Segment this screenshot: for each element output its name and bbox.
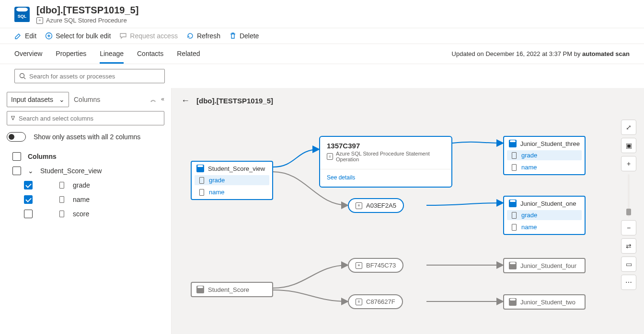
back-button[interactable]: ←: [181, 96, 190, 106]
node-junior-student-three[interactable]: Junior_Student_three grade name: [503, 136, 586, 175]
show-only-toggle[interactable]: [7, 132, 26, 142]
field-name[interactable]: name: [521, 223, 537, 231]
updated-text: Updated on December 16, 2022 at 3:37 PM …: [452, 50, 630, 57]
zoom-in-button[interactable]: +: [621, 156, 636, 171]
sql-icon: [196, 286, 204, 293]
tree-columns-header: Columns: [28, 153, 57, 160]
tree-col-grade[interactable]: grade: [73, 181, 90, 189]
comment-icon: [119, 32, 127, 40]
tab-related[interactable]: Related: [177, 44, 200, 64]
columns-label: Columns: [74, 96, 100, 103]
tree-col-name[interactable]: name: [73, 196, 90, 203]
stored-procedure-icon: ≡: [327, 153, 333, 160]
more-button[interactable]: ⋯: [621, 275, 636, 290]
checkbox-score[interactable]: [24, 210, 33, 218]
checkbox-dataset[interactable]: [12, 167, 21, 175]
operation-subtitle: Azure SQL Stored Procedure Statement Ope…: [336, 151, 445, 162]
column-icon: [199, 177, 204, 184]
sql-icon: [509, 140, 517, 147]
sql-icon: [509, 262, 517, 269]
canvas-controls: ⤢ ▣ + − ⇄ ▭ ⋯: [621, 120, 636, 290]
page-title: [dbo].[TESTSP1019_5]: [36, 5, 138, 16]
select-bulk-button[interactable]: Select for bulk edit: [45, 32, 111, 40]
breadcrumb-title: [dbo].[TESTSP1019_5]: [196, 97, 273, 105]
fit-button[interactable]: ▣: [621, 138, 636, 153]
see-details-link[interactable]: See details: [320, 169, 451, 187]
page-header: SQL [dbo].[TESTSP1019_5] ≡ Azure SQL Sto…: [0, 0, 644, 28]
page-subtitle: Azure SQL Stored Procedure: [46, 17, 127, 24]
zoom-out-button[interactable]: −: [621, 220, 636, 235]
node-student-score[interactable]: Student_Score: [191, 282, 273, 297]
node-junior-student-two[interactable]: Junior_Student_two: [503, 294, 586, 310]
tab-row: Overview Properties Lineage Contacts Rel…: [0, 44, 644, 64]
node-operation-c876627f[interactable]: ≡ C876627F: [348, 294, 403, 309]
node-title: Student_Score_view: [208, 165, 265, 172]
column-filter[interactable]: ∇: [7, 111, 164, 125]
node-junior-student-one[interactable]: Junior_Student_one grade name: [503, 196, 586, 235]
refresh-icon: [186, 32, 194, 40]
asset-search[interactable]: [14, 69, 165, 83]
tab-contacts[interactable]: Contacts: [137, 44, 163, 64]
field-grade[interactable]: grade: [521, 152, 537, 159]
delete-button[interactable]: Delete: [229, 32, 259, 40]
node-operation-1357c397[interactable]: 1357C397 ≡Azure SQL Stored Procedure Sta…: [319, 136, 452, 188]
sql-icon: [509, 298, 517, 306]
edit-button[interactable]: Edit: [14, 32, 36, 40]
pill-label: C876627F: [366, 298, 395, 305]
operation-title: 1357C397: [320, 137, 451, 151]
tab-lineage[interactable]: Lineage: [100, 44, 124, 64]
node-junior-student-four[interactable]: Junior_Student_four: [503, 258, 586, 273]
tree-dataset-label[interactable]: Student_Score_view: [40, 167, 102, 175]
checkbox-grade[interactable]: [24, 181, 33, 189]
refresh-button[interactable]: Refresh: [186, 32, 220, 40]
sql-icon: [509, 200, 517, 207]
node-title: Junior_Student_one: [520, 200, 576, 207]
lineage-canvas[interactable]: ← [dbo].[TESTSP1019_5]: [172, 88, 644, 334]
filter-icon: ∇: [11, 115, 15, 122]
sql-icon: SQL: [14, 7, 30, 22]
column-filter-input[interactable]: [19, 115, 160, 122]
field-grade[interactable]: grade: [209, 177, 225, 184]
pencil-icon: [14, 32, 22, 40]
tab-properties[interactable]: Properties: [56, 44, 86, 64]
fullscreen-button[interactable]: ⤢: [621, 120, 636, 135]
node-title: Student_Score: [208, 286, 249, 293]
pill-label: BF745C73: [366, 262, 396, 269]
asset-search-input[interactable]: [29, 73, 161, 80]
zoom-slider[interactable]: [621, 174, 636, 217]
node-title: Junior_Student_four: [520, 262, 576, 269]
node-operation-bf745c73[interactable]: ≡ BF745C73: [348, 258, 403, 273]
toolbar: Edit Select for bulk edit Request access…: [0, 28, 644, 44]
field-name[interactable]: name: [521, 164, 537, 171]
node-operation-a03ef2a5[interactable]: ≡ A03EF2A5: [348, 198, 404, 213]
node-student-score-view[interactable]: Student_Score_view grade name: [191, 161, 273, 200]
stored-procedure-icon: ≡: [36, 17, 43, 24]
column-icon: [512, 224, 517, 231]
layout-button[interactable]: ⇄: [621, 238, 636, 254]
operation-icon: ≡: [356, 262, 362, 269]
minimap-button[interactable]: ▭: [621, 256, 636, 272]
svg-point-1: [20, 74, 24, 78]
column-icon: [199, 189, 204, 196]
column-icon: [59, 211, 64, 217]
collapse-left-icon[interactable]: «: [161, 96, 164, 104]
column-icon: [59, 182, 64, 189]
field-name[interactable]: name: [209, 189, 225, 196]
tree-col-score[interactable]: score: [73, 210, 89, 218]
dataset-dropdown[interactable]: Input datasets ⌄: [7, 92, 69, 107]
tab-overview[interactable]: Overview: [14, 44, 42, 64]
node-title: Junior_Student_three: [520, 140, 580, 147]
collapse-up-icon[interactable]: ︽: [150, 96, 156, 104]
node-title: Junior_Student_two: [520, 299, 575, 306]
checkbox-columns-all[interactable]: [12, 152, 21, 161]
column-icon: [59, 196, 64, 203]
checkbox-name[interactable]: [24, 195, 33, 204]
toggle-label: Show only assets with all 2 columns: [34, 133, 140, 141]
pill-label: A03EF2A5: [366, 202, 396, 209]
chevron-down-icon[interactable]: ⌄: [28, 167, 34, 175]
search-icon: [19, 72, 26, 80]
operation-icon: ≡: [356, 202, 362, 209]
column-icon: [512, 152, 517, 159]
plus-circle-icon: [45, 32, 53, 40]
field-grade[interactable]: grade: [521, 212, 537, 219]
